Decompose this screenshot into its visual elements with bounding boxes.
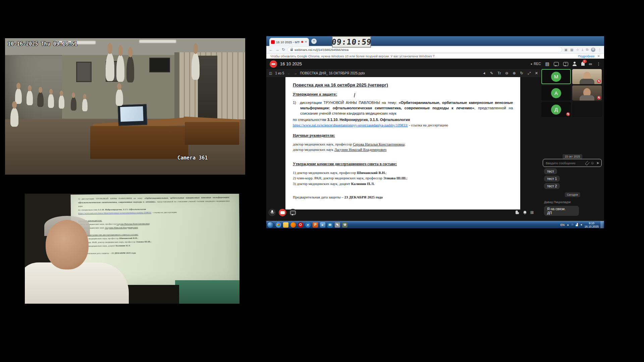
back-icon[interactable]: ← (269, 47, 273, 52)
zoom-in-icon[interactable]: ⊕ (513, 71, 516, 75)
help-icon[interactable]: ? (563, 62, 568, 66)
select-tool-icon[interactable]: ➤ (482, 71, 487, 75)
close-document-icon[interactable]: ✕ (535, 71, 538, 75)
documents-icon[interactable]: 1 (581, 61, 585, 67)
emoji-icon[interactable]: ☺ (591, 161, 594, 165)
attach-icon[interactable] (585, 160, 590, 165)
screenshare-button[interactable] (289, 209, 297, 216)
doc-specialties: по специальностям 3.1.10. Нейрохирургия,… (293, 117, 513, 123)
participants-icon[interactable] (573, 62, 577, 66)
doc-heading-commission: Утверждение комиссии диссертационного со… (293, 162, 513, 166)
person-figure (126, 56, 134, 82)
sup2-name: Ласунин Николай Владимирович (334, 147, 387, 152)
reaction-tools: ⊞ (515, 210, 534, 215)
participant-video-1[interactable] (572, 69, 602, 84)
tab-close-icon[interactable]: ✕ (305, 40, 307, 44)
profile-avatar[interactable] (591, 48, 595, 52)
system-tray: EN ▲ ⚐ ▟ ◄ 9:1016.10.2025 (560, 221, 603, 229)
taskbar-opera-icon[interactable]: O (298, 222, 303, 228)
chat-input-box: ☺ ➤ (543, 159, 602, 167)
browser-window: 16 10 2025 - МТС Линк ✕ + ← → ↻ webinars… (266, 36, 604, 228)
rotate-icon[interactable]: ↻ (520, 71, 523, 75)
participant-shoulders (580, 79, 594, 84)
rec-dot-icon: ● (531, 62, 532, 66)
chat-message-line: ДП (547, 211, 552, 215)
tray-network-icon[interactable]: ▟ (576, 223, 578, 226)
question-glyph: ? (564, 62, 568, 65)
fullscreen-icon[interactable]: ⤢ (528, 71, 531, 75)
chrome-notification-bar: Чтобы обновлять Google Chrome, нужна Win… (266, 54, 604, 59)
layout-icon[interactable]: ⊞ (530, 210, 534, 215)
proj-line: ; (149, 222, 150, 225)
document-page: Повестка дня на 16 октября 2025 (четверг… (285, 77, 520, 209)
taskbar-tools-icon[interactable]: ⚒ (342, 222, 347, 228)
com2-pre: 2) член-корр. РАН, доктор медицинских на… (293, 176, 383, 180)
tray-volume-icon[interactable]: ◄ (580, 223, 583, 226)
taskbar-powerpoint-icon[interactable]: P (313, 222, 318, 228)
text-tool[interactable]: Tr (497, 71, 501, 75)
notification-close-icon[interactable]: ✕ (597, 54, 600, 58)
send-icon[interactable]: ➤ (596, 161, 599, 165)
speaker-body (25, 262, 129, 304)
camera-button[interactable] (279, 209, 286, 216)
bookmark-star-icon[interactable]: ☆ (576, 48, 579, 52)
prev-page-icon[interactable]: ← (287, 71, 290, 75)
raise-hand-icon[interactable] (515, 210, 519, 215)
person-figure (37, 92, 44, 107)
participant-tile-d[interactable]: Д (541, 102, 571, 117)
tab-recording-dot (301, 41, 303, 43)
camera-feed-speaker: 1) диссертации ТРУНОВОЙ АННЫ ПАВЛОВНЫ на… (25, 194, 239, 304)
person-figure (106, 53, 114, 81)
browser-tab[interactable]: 16 10 2025 - МТС Линк ✕ (269, 38, 309, 46)
browser-menu-icon[interactable]: ⋮ (598, 48, 601, 52)
sidebar-toggle-icon[interactable]: ◫ (269, 71, 272, 75)
tray-flag-icon[interactable]: ⚐ (571, 223, 574, 226)
tray-arrow-icon[interactable]: ▲ (567, 223, 569, 226)
draw-tool-icon[interactable]: ✎ (490, 71, 493, 75)
rec-label: REC (534, 62, 541, 66)
next-page-icon[interactable]: → (293, 71, 297, 75)
apps-icon[interactable]: ⧉ (586, 48, 588, 52)
taskbar-explorer-icon[interactable] (283, 222, 288, 228)
agenda-icon[interactable]: ▤ (545, 61, 549, 66)
new-tab-button[interactable]: + (311, 39, 317, 44)
tray-clock[interactable]: 9:1016.10.2025 (584, 222, 599, 228)
chat-sender: Давид Пицхелаури (544, 200, 571, 204)
show-desktop-button[interactable] (601, 221, 603, 229)
notifications-bell-icon[interactable] (523, 210, 527, 215)
dissertation-link[interactable]: https://www.nsi.ru/science/dissertatsion… (293, 123, 408, 127)
taskbar-ie-icon[interactable]: e (305, 222, 311, 228)
reload-icon[interactable]: ↻ (282, 47, 285, 52)
url-text: webinars.nsi.ru/j/14/1586294566/strea (294, 48, 348, 52)
tray-date: 16.10.2025 (584, 225, 599, 228)
chat-icon[interactable] (554, 62, 559, 66)
cast-icon[interactable]: ▣ (565, 48, 568, 52)
end-call-button[interactable] (270, 60, 277, 68)
extension-area: ▣ ▦ ☆ ⤓ ⧉ ⋮ (565, 48, 601, 52)
copy-link-icon[interactable]: ∞ (589, 61, 592, 66)
participant-tile-a[interactable]: А (541, 85, 571, 101)
microphone-button[interactable] (268, 209, 276, 216)
address-field[interactable]: webinars.nsi.ru/j/14/1586294566/strea (287, 47, 562, 53)
muted-mic-icon (566, 112, 570, 116)
notification-details-link[interactable]: Подробнее (578, 54, 594, 58)
taskbar-wmp-icon[interactable]: ▸ (320, 222, 325, 228)
taskbar-chrome-icon[interactable] (276, 222, 281, 228)
meeting-menu-icon[interactable]: ⋮ (596, 61, 601, 66)
forward-icon[interactable]: → (275, 47, 279, 52)
green-cabinet (175, 280, 239, 304)
taskbar-outlook-icon[interactable]: ✉ (327, 222, 333, 228)
taskbar-firefox-icon[interactable] (290, 222, 296, 228)
proj-line: Элиава Ш.Ш. (136, 240, 151, 243)
chat-input[interactable] (545, 161, 584, 165)
grid-extension-icon[interactable]: ▦ (570, 48, 573, 52)
taskbar-notepad-icon[interactable]: ✎ (335, 222, 340, 228)
start-button[interactable] (267, 222, 274, 228)
spec-bold: 3.1.10. Нейрохирургия, 3.1.5. Офтальмоло… (327, 118, 410, 122)
spacer (293, 192, 513, 194)
language-indicator[interactable]: EN (560, 223, 565, 227)
participant-video-2[interactable] (572, 85, 602, 101)
participant-tile-m[interactable]: М (541, 69, 571, 84)
zoom-out-icon[interactable]: ⊖ (505, 71, 508, 75)
download-icon[interactable]: ⤓ (582, 48, 583, 52)
